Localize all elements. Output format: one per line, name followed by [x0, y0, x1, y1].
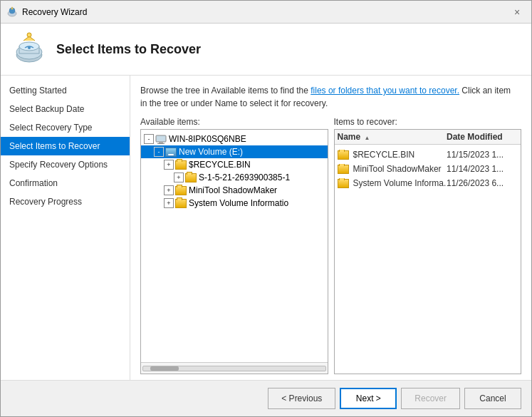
- row-name-2: System Volume Informa...: [338, 178, 447, 188]
- sidebar-item-select-items[interactable]: Select Items to Recover: [1, 137, 130, 155]
- tree-node-system-vol[interactable]: + System Volume Informatio: [141, 197, 328, 210]
- tree-toggle-s1-5[interactable]: +: [174, 173, 184, 182]
- instruction-text2: Click an item: [459, 86, 511, 96]
- panels-container: Available items: - WIN: [140, 117, 521, 374]
- cancel-button[interactable]: Cancel: [464, 388, 521, 409]
- row-name-0: $RECYCLE.BIN: [338, 150, 447, 160]
- tree-label-srecycle: $RECYCLE.BIN: [189, 160, 251, 170]
- tree-toggle-root[interactable]: -: [144, 134, 154, 144]
- sidebar: Getting Started Select Backup Date Selec…: [1, 76, 130, 380]
- footer: < Previous Next > Recover Cancel: [1, 380, 531, 416]
- header-icon: [12, 32, 46, 66]
- scroll-track[interactable]: [142, 366, 326, 371]
- table-row[interactable]: $RECYCLE.BIN 11/15/2023 1...: [335, 148, 521, 162]
- col-date-header[interactable]: Date Modified: [447, 132, 518, 142]
- table-row[interactable]: System Volume Informa... 11/26/2023 6...: [335, 176, 521, 190]
- computer-icon: [155, 135, 167, 144]
- folder-icon-system-vol: [175, 199, 187, 208]
- title-bar-text: Recovery Wizard: [22, 7, 87, 17]
- recover-button[interactable]: Recover: [401, 388, 460, 409]
- title-bar: Recovery Wizard ×: [1, 1, 531, 24]
- tree-toggle-minitool[interactable]: +: [164, 185, 174, 195]
- recovery-wizard-window: Recovery Wizard × Select Items to Recove…: [0, 0, 532, 417]
- folder-icon-minitool: [175, 186, 187, 195]
- scroll-thumb[interactable]: [150, 366, 179, 371]
- svg-rect-11: [159, 142, 163, 143]
- tree-area[interactable]: - WIN-8IPK0SQ6NBE -: [141, 130, 328, 362]
- tree-toggle-new-volume[interactable]: -: [154, 147, 164, 157]
- main-content: Getting Started Select Backup Date Selec…: [1, 76, 531, 380]
- sidebar-item-confirmation[interactable]: Confirmation: [1, 174, 130, 192]
- tree-node-new-volume[interactable]: - New Volume (E:): [141, 145, 328, 158]
- tree-node-s1-5[interactable]: + S-1-5-21-2693900385-1: [141, 171, 328, 184]
- sidebar-item-specify-recovery-options[interactable]: Specify Recovery Options: [1, 155, 130, 174]
- previous-button[interactable]: < Previous: [268, 388, 335, 409]
- folder-icon-s1-5: [185, 173, 197, 182]
- row-date-2: 11/26/2023 6...: [447, 178, 518, 188]
- svg-rect-12: [157, 143, 165, 144]
- items-to-recover-panel: Name ▲ Date Modified $RECYCL: [334, 129, 522, 374]
- sidebar-item-recovery-progress[interactable]: Recovery Progress: [1, 192, 130, 211]
- tree-node-srecycle[interactable]: + $RECYCLE.BIN: [141, 158, 328, 171]
- folder-icon-row1: [338, 165, 349, 174]
- table-row[interactable]: MiniTool ShadowMaker 11/14/2023 1...: [335, 162, 521, 176]
- svg-point-8: [27, 33, 31, 37]
- table-header: Name ▲ Date Modified: [335, 130, 521, 145]
- svg-rect-10: [156, 135, 166, 142]
- tree-toggle-system-vol[interactable]: +: [164, 198, 174, 208]
- tree-label-s1-5: S-1-5-21-2693900385-1: [199, 173, 290, 182]
- folder-icon-row0: [338, 150, 349, 160]
- sidebar-item-getting-started[interactable]: Getting Started: [1, 81, 130, 100]
- scrollbar-area[interactable]: [141, 362, 328, 374]
- instruction-link[interactable]: files or folders that you want to recove…: [311, 86, 459, 96]
- tree-node-root[interactable]: - WIN-8IPK0SQ6NBE: [141, 133, 328, 145]
- instruction-text3: in the tree or under Name to select it f…: [140, 98, 328, 108]
- tree-node-minitool[interactable]: + MiniTool ShadowMaker: [141, 184, 328, 197]
- sidebar-item-select-backup-date[interactable]: Select Backup Date: [1, 100, 130, 118]
- col-name-header[interactable]: Name ▲: [338, 132, 447, 142]
- header-area: Select Items to Recover: [1, 24, 531, 76]
- tree-label-new-volume: New Volume (E:): [179, 147, 243, 157]
- available-items-wrapper: Available items: - WIN: [140, 117, 328, 374]
- instruction-text1: Browse the tree in Available items to fi…: [140, 86, 311, 96]
- svg-point-9: [28, 46, 31, 49]
- available-items-panel: - WIN-8IPK0SQ6NBE -: [140, 129, 328, 374]
- next-button[interactable]: Next >: [340, 388, 397, 409]
- drive-icon: [165, 148, 177, 157]
- items-to-recover-label: Items to recover:: [334, 117, 522, 127]
- content-area: Browse the tree in Available items to fi…: [130, 76, 531, 380]
- row-date-0: 11/15/2023 1...: [447, 150, 518, 160]
- recover-table-body: $RECYCLE.BIN 11/15/2023 1... MiniTool Sh…: [335, 145, 521, 374]
- tree-toggle-srecycle[interactable]: +: [164, 160, 174, 170]
- row-name-1: MiniTool ShadowMaker: [338, 164, 447, 174]
- svg-point-3: [12, 6, 13, 7]
- close-button[interactable]: ×: [508, 4, 526, 21]
- sort-arrow-name: ▲: [365, 135, 370, 141]
- instruction-text: Browse the tree in Available items to fi…: [140, 84, 521, 110]
- available-items-label: Available items:: [140, 117, 328, 127]
- tree-label-minitool: MiniTool ShadowMaker: [189, 185, 277, 195]
- header-title: Select Items to Recover: [56, 42, 201, 57]
- wizard-icon: [6, 6, 18, 18]
- tree-label-root: WIN-8IPK0SQ6NBE: [169, 134, 246, 144]
- title-bar-left: Recovery Wizard: [6, 6, 87, 18]
- row-date-1: 11/14/2023 1...: [447, 164, 518, 174]
- items-to-recover-wrapper: Items to recover: Name ▲ Date Modified: [334, 117, 522, 374]
- tree-label-system-vol: System Volume Informatio: [189, 198, 288, 208]
- folder-icon-row2: [338, 179, 349, 188]
- folder-icon-srecycle: [175, 160, 187, 170]
- sidebar-item-select-recovery-type[interactable]: Select Recovery Type: [1, 118, 130, 137]
